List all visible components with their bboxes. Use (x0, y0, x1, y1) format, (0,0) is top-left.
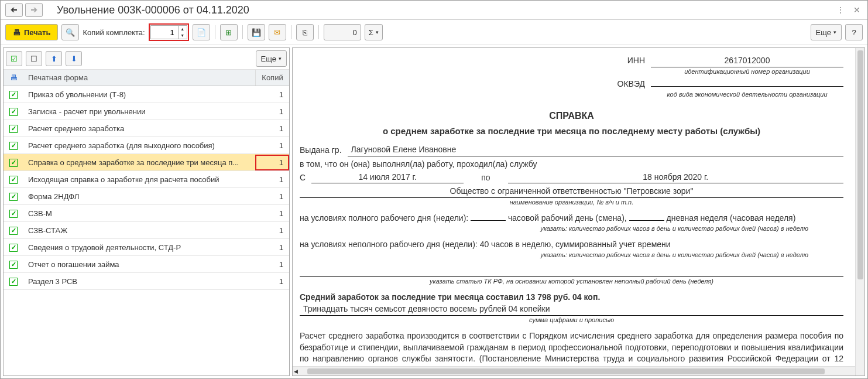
row-copies[interactable]: 1 (255, 107, 289, 116)
date-from: 14 июля 2017 г. (311, 172, 464, 184)
checkmark-icon: ✓ (9, 193, 18, 201)
row-checkbox-cell[interactable]: ✓ (4, 141, 23, 150)
sigma-button[interactable]: Σ▾ (365, 24, 383, 40)
row-copies[interactable]: 1 (255, 260, 289, 269)
row-name: СЗВ-М (23, 209, 255, 218)
movedown-button[interactable]: ⬇ (66, 51, 82, 66)
table-row[interactable]: ✓Записка - расчет при увольнении1 (4, 103, 289, 120)
row-copies[interactable]: 1 (255, 226, 289, 235)
row-copies[interactable]: 1 (255, 141, 289, 150)
window-title: Увольнение 003К-000006 от 04.11.2020 (57, 4, 830, 16)
moveup-button[interactable]: ⬆ (46, 51, 62, 66)
checkmark-icon: ✓ (9, 210, 18, 218)
dossier-button[interactable]: 📄 (193, 24, 210, 40)
more-menu-icon[interactable]: ⋮ (835, 4, 846, 16)
print-button[interactable]: 🖶 Печать (5, 24, 58, 40)
excel-button[interactable]: ⊞ (220, 24, 238, 40)
table-row[interactable]: ✓Сведения о трудовой деятельности, СТД-Р… (4, 239, 289, 256)
org-hint: наименование организации, № в/ч и т.п. (300, 198, 843, 207)
row-name: Записка - расчет при увольнении (23, 107, 255, 116)
table-row[interactable]: ✓Исходящая справка о заработке для расче… (4, 171, 289, 188)
row-checkbox-cell[interactable]: ✓ (4, 175, 23, 184)
nav-back-button[interactable]: 🡨 (5, 3, 23, 17)
row-checkbox-cell[interactable]: ✓ (4, 243, 23, 252)
printer-sm-icon: 🖶 (10, 73, 18, 82)
fulltime-mid: часовой рабочий день (смена), (508, 213, 629, 223)
forms-list-pane: ☑ ☐ ⬆ ⬇ Еще▾ 🖶 Печатная форма Копий ✓При… (3, 47, 290, 376)
save-button[interactable]: 💾 (248, 24, 265, 40)
uncheckall-button[interactable]: ☐ (26, 51, 42, 66)
table-row[interactable]: ✓СЗВ-СТАЖ1 (4, 222, 289, 239)
doc-subtitle: о среднем заработке за последние три мес… (300, 125, 843, 137)
sum-value: 0 (352, 28, 356, 37)
row-checkbox-cell[interactable]: ✓ (4, 192, 23, 201)
parttime-hint: указать: количество рабочих часов в день… (300, 251, 843, 260)
row-checkbox-cell[interactable]: ✓ (4, 276, 23, 286)
checkmark-icon: ✓ (9, 278, 18, 286)
row-copies[interactable]: 1 (255, 209, 289, 218)
checkmark-icon: ✓ (9, 159, 18, 167)
help-button[interactable]: ? (845, 24, 863, 40)
forms-more-button[interactable]: Еще▾ (256, 50, 287, 67)
row-checkbox-cell[interactable]: ✓ (4, 209, 23, 218)
copies-spinner[interactable]: ▲ ▼ (150, 25, 187, 39)
horizontal-scrollbar[interactable]: ◀ (293, 366, 855, 375)
insert-button[interactable]: ⎘ (296, 24, 314, 40)
row-copies[interactable]: 1 (255, 155, 289, 170)
copies-input[interactable] (151, 26, 178, 39)
preview-button[interactable]: 🔍 (61, 24, 79, 40)
col-check-header[interactable]: 🖶 (4, 70, 23, 86)
row-checkbox-cell[interactable]: ✓ (4, 124, 23, 133)
copies-down[interactable]: ▼ (179, 32, 187, 39)
box-icon: ☐ (30, 54, 37, 63)
checkmark-icon: ✓ (9, 142, 18, 150)
row-copies[interactable]: 1 (255, 277, 289, 286)
row-checkbox-cell[interactable]: ✓ (4, 158, 23, 167)
arrow-down-icon: ⬇ (71, 54, 77, 63)
okved-value (651, 86, 843, 87)
row-name: Справка о среднем заработке за последние… (23, 158, 255, 167)
table-row[interactable]: ✓Раздел 3 РСВ1 (4, 273, 289, 290)
table-row[interactable]: ✓СЗВ-М1 (4, 205, 289, 222)
nav-forward-button[interactable]: 🡪 (25, 3, 43, 17)
checkall-button[interactable]: ☑ (6, 51, 22, 66)
to-label: по (481, 172, 490, 184)
magnifier-icon: 🔍 (66, 28, 75, 37)
close-button[interactable]: ✕ (851, 4, 863, 16)
fulltime-label: на условиях полного рабочего дня (недели… (300, 213, 471, 223)
row-name: СЗВ-СТАЖ (23, 226, 255, 235)
table-row[interactable]: ✓Приказ об увольнении (Т-8)1 (4, 86, 289, 103)
col-copies-header[interactable]: Копий (255, 70, 289, 86)
insert-icon: ⎘ (303, 28, 307, 37)
okved-label: ОКВЭД (300, 78, 651, 90)
table-row[interactable]: ✓Отчет о погашении займа1 (4, 256, 289, 273)
sum-field[interactable]: 0 (324, 24, 361, 40)
copies-label: Копий комплекта: (83, 28, 145, 37)
row-copies[interactable]: 1 (255, 243, 289, 252)
document-scroll[interactable]: ИНН 2617012000 идентификационный номер о… (293, 48, 855, 375)
table-row[interactable]: ✓Расчет среднего заработка1 (4, 120, 289, 137)
row-name: Отчет о погашении займа (23, 260, 255, 269)
row-copies[interactable]: 1 (255, 175, 289, 184)
row-checkbox-cell[interactable]: ✓ (4, 260, 23, 269)
check-green-icon: ☑ (11, 54, 18, 63)
vertical-scrollbar[interactable] (855, 48, 864, 375)
table-row[interactable]: ✓Справка о среднем заработке за последни… (4, 154, 289, 171)
table-row[interactable]: ✓Расчет среднего заработка (для выходног… (4, 137, 289, 154)
row-copies[interactable]: 1 (255, 192, 289, 201)
row-checkbox-cell[interactable]: ✓ (4, 226, 23, 235)
copies-up[interactable]: ▲ (179, 26, 187, 32)
table-row[interactable]: ✓Форма 2НДФЛ1 (4, 188, 289, 205)
more-button[interactable]: Еще▾ (811, 24, 842, 40)
checkmark-icon: ✓ (9, 244, 18, 252)
row-checkbox-cell[interactable]: ✓ (4, 107, 23, 116)
row-copies[interactable]: 1 (255, 90, 289, 99)
col-name-header[interactable]: Печатная форма (23, 70, 255, 86)
row-checkbox-cell[interactable]: ✓ (4, 90, 23, 99)
envelope-icon: ✉ (274, 28, 280, 37)
arrow-up-icon: ⬆ (51, 54, 57, 63)
mail-button[interactable]: ✉ (269, 24, 286, 40)
row-name: Форма 2НДФЛ (23, 192, 255, 201)
row-copies[interactable]: 1 (255, 124, 289, 133)
excel-icon: ⊞ (225, 28, 232, 37)
